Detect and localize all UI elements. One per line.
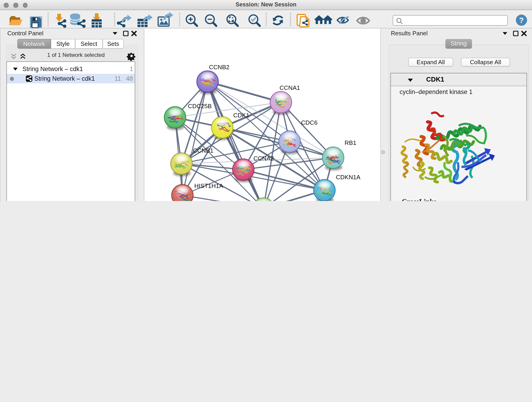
svg-text:RB1: RB1 (345, 139, 356, 146)
svg-text:CDC6: CDC6 (301, 119, 317, 126)
svg-text:?: ? (519, 16, 524, 25)
svg-text:CCNB1: CCNB1 (193, 147, 213, 154)
svg-text:CDK1: CDK1 (233, 112, 249, 119)
svg-text:CCNA2: CCNA2 (253, 155, 274, 162)
svg-text:CDC25B: CDC25B (188, 103, 212, 109)
svg-text:CCNB2: CCNB2 (209, 64, 229, 70)
svg-text:CCNA1: CCNA1 (279, 84, 300, 91)
svg-text:CCNE1: CCNE1 (274, 200, 295, 201)
svg-text:HIST1H1A: HIST1H1A (194, 182, 223, 189)
svg-text:CDKN1A: CDKN1A (336, 174, 360, 181)
